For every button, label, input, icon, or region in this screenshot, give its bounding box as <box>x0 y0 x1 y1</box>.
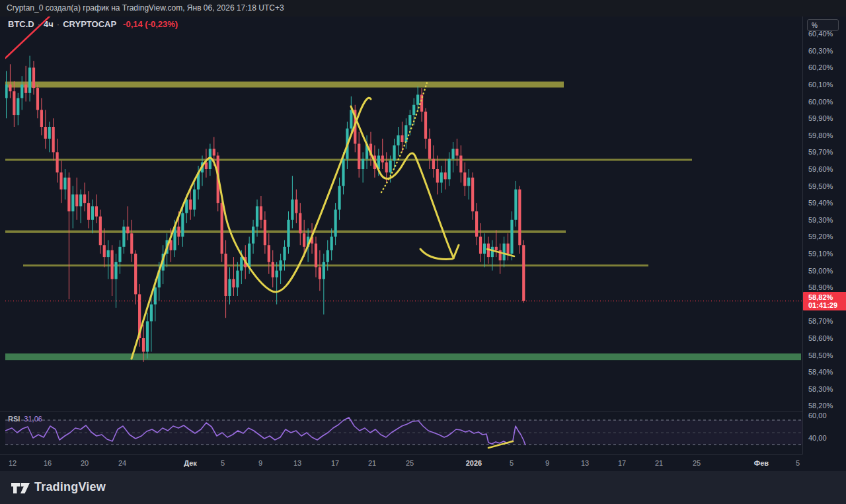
candle-body <box>146 321 149 351</box>
candle-body <box>416 94 419 104</box>
candle-body <box>432 159 435 169</box>
time-axis-label: Дек <box>176 459 205 467</box>
candle-body <box>221 203 223 254</box>
candle-body <box>63 178 66 190</box>
candle-body <box>107 250 110 257</box>
last-price-value: 58,82% <box>808 293 846 301</box>
dotted-projection[interactable] <box>381 83 427 192</box>
candle-body <box>319 267 321 279</box>
price-axis-label: 58,20% <box>808 402 833 410</box>
candle-body <box>224 254 227 296</box>
candle-body <box>181 213 184 237</box>
time-axis-label: 21 <box>644 459 673 467</box>
candle-body <box>122 227 125 247</box>
candle-body <box>260 206 262 219</box>
candle-body <box>236 271 239 288</box>
rsi-axis-label: 60,00 <box>808 412 827 419</box>
candle-body <box>447 159 450 180</box>
candle-body <box>59 172 62 190</box>
time-axis-label: 5 <box>208 459 237 467</box>
candle-body <box>75 194 78 206</box>
candle-body <box>385 162 388 172</box>
candle-body <box>150 305 153 322</box>
candle-body <box>440 172 443 182</box>
candle-body <box>126 227 129 233</box>
candle-body <box>503 244 506 261</box>
price-axis-label: 60,30% <box>808 47 833 55</box>
candle-body <box>424 112 427 139</box>
candle-body <box>463 172 466 186</box>
candle-body <box>291 199 293 220</box>
tradingview-wordmark: TradingView <box>34 480 106 494</box>
candle-body <box>44 127 47 139</box>
candle-body <box>334 209 337 236</box>
candle-body <box>506 244 509 254</box>
separator-dot: · <box>57 19 59 29</box>
mid-line-59-23[interactable] <box>5 231 566 233</box>
candle-body <box>177 227 180 236</box>
candle-body <box>213 149 215 155</box>
price-change: -0,14 (-0,23%) <box>123 19 178 29</box>
time-axis-label: 2026 <box>459 459 488 467</box>
candle-body <box>483 244 486 254</box>
candle-body <box>397 135 399 145</box>
symbol-name[interactable]: BTC.D <box>8 19 34 29</box>
chart-canvas[interactable] <box>0 0 846 504</box>
candle-body <box>428 139 431 159</box>
candle-body <box>475 211 478 236</box>
candle-body <box>436 169 439 182</box>
price-axis-label: 59,00% <box>808 267 833 275</box>
candle-body <box>228 279 231 296</box>
chart-legend[interactable]: BTC.D·4ч·CRYPTOCAP-0,14 (-0,23%) <box>8 19 178 29</box>
time-axis-label: 21 <box>358 459 387 467</box>
candle-body <box>154 287 157 305</box>
candle-body <box>295 199 297 213</box>
resistance-line-59-65[interactable] <box>5 159 692 161</box>
price-axis-label: 58,90% <box>808 283 833 291</box>
candle-body <box>389 161 392 172</box>
candle-body <box>455 149 458 155</box>
candle-body <box>393 145 395 161</box>
candle-body <box>299 213 301 234</box>
price-axis-label: 60,10% <box>808 81 833 89</box>
pane-separator[interactable] <box>0 412 802 412</box>
time-axis-label: 13 <box>570 459 599 467</box>
candle-body <box>83 194 86 203</box>
resistance-zone-60-10[interactable] <box>5 82 564 88</box>
price-axis-label: 59,60% <box>808 165 833 173</box>
price-axis-label: 58,50% <box>808 351 833 359</box>
rsi-axis-label: 40,00 <box>808 434 827 442</box>
candle-body <box>32 67 35 88</box>
candle-body <box>256 206 258 227</box>
price-axis-label: 59,20% <box>808 233 833 240</box>
candle-body <box>240 257 243 270</box>
price-axis[interactable]: % 58,82% 01:41:29 60,40%60,30%60,20%60,1… <box>802 17 846 454</box>
time-axis[interactable]: 12162024Дек591317212520265913172125Фев5 <box>0 454 802 472</box>
candle-body <box>444 172 447 179</box>
candle-body <box>252 227 254 244</box>
candle-body <box>280 260 282 270</box>
candle-body <box>381 156 384 162</box>
last-price-badge: 58,82% 01:41:29 <box>803 292 846 310</box>
candle-body <box>118 247 121 262</box>
candle-body <box>338 186 340 210</box>
price-axis-label: 59,90% <box>808 114 833 122</box>
candle-body <box>28 67 31 92</box>
candle-body <box>350 110 352 128</box>
candle-body <box>287 220 289 247</box>
time-axis-label: 16 <box>33 459 62 467</box>
interval-label[interactable]: 4ч <box>44 19 54 29</box>
candle-body <box>323 262 325 279</box>
rsi-indicator-label[interactable]: RSI31,06 <box>8 415 42 423</box>
candle-body <box>36 88 39 110</box>
candle-body <box>79 194 82 206</box>
rsi-pane <box>5 417 802 448</box>
support-zone-58-49[interactable] <box>5 353 801 360</box>
candle-body <box>479 236 482 254</box>
time-axis-label: 9 <box>533 459 562 467</box>
arrow-barb[interactable] <box>420 249 452 259</box>
candle-body <box>268 245 270 262</box>
price-axis-label: 58,30% <box>808 385 833 393</box>
candle-body <box>111 250 114 279</box>
time-axis-label: 5 <box>497 459 526 467</box>
